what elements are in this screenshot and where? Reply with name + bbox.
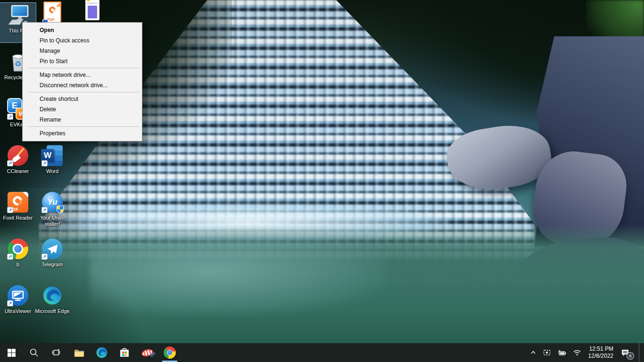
menu-separator [28, 126, 139, 127]
clock-date: 12/6/2022 [588, 353, 613, 360]
clock-time: 12:51 PM [589, 346, 613, 353]
cast-icon[interactable] [543, 343, 551, 362]
desktop-icon-b-chrome[interactable]: ↗ b [0, 237, 36, 276]
microsoft-store-button[interactable] [113, 343, 136, 362]
menu-item-delete[interactable]: Delete [23, 104, 142, 115]
hidden-icons-chevron[interactable] [530, 343, 537, 362]
menu-item-rename[interactable]: Rename [23, 115, 142, 125]
chrome-icon [164, 346, 176, 359]
menu-item-pin-to-start[interactable]: Pin to Start [23, 56, 142, 66]
menu-item-map-network-drive[interactable]: Map network drive... [23, 70, 142, 80]
battery-charging-icon[interactable] [557, 343, 567, 362]
notification-count-badge: 6 [627, 353, 634, 359]
taskbar-clock[interactable]: 12:51 PM 12/6/2022 [587, 346, 614, 360]
edge-icon [41, 284, 64, 307]
shortcut-arrow-icon: ↗ [41, 160, 48, 166]
desktop-icon-ultraviewer[interactable]: ↗ UltraViewer [0, 283, 36, 323]
desktop-icon-telegram[interactable]: ↗ Telegram [34, 237, 70, 276]
menu-item-manage[interactable]: Manage [23, 46, 142, 56]
foxit-pdf-document-icon: PDF [41, 1, 64, 24]
shortcut-arrow-icon: ↗ [41, 254, 48, 260]
ccleaner-icon: ↗ [7, 144, 29, 167]
menu-item-pin-to-quick-access[interactable]: Pin to Quick access [23, 35, 142, 46]
shortcut-arrow-icon: ↗ [7, 300, 13, 306]
chrome-button[interactable] [158, 343, 181, 362]
desktop-icon-ccleaner[interactable]: ↗ CCleaner [0, 143, 36, 183]
microsoft-store-icon [119, 347, 130, 358]
shortcut-arrow-icon: ↗ [7, 160, 13, 166]
word-icon: W ↗ [41, 144, 64, 167]
system-tray: 12:51 PM 12/6/2022 6 [526, 343, 644, 362]
foxit-reader-icon: PDF ↗ [7, 191, 29, 214]
context-menu: Open Pin to Quick access Manage Pin to S… [22, 22, 142, 141]
shortcut-arrow-icon: ↗ [7, 254, 13, 260]
desktop-icon-microsoft-edge[interactable]: Microsoft Edge [34, 283, 70, 323]
edge-button[interactable] [91, 343, 113, 362]
menu-item-disconnect-network-drive[interactable]: Disconnect network drive... [23, 80, 142, 90]
shortcut-arrow-icon: ↗ [7, 207, 13, 213]
folder-icon [74, 347, 85, 358]
desktop-icon-foxit-reader[interactable]: PDF ↗ Foxit Reader [0, 190, 36, 230]
taskbar: ✂ [0, 343, 644, 362]
edge-icon [96, 346, 108, 359]
file-explorer-button[interactable] [68, 343, 91, 362]
menu-separator [28, 68, 139, 68]
snipping-tool-icon: ✂ [140, 347, 154, 357]
task-view-button[interactable] [45, 343, 68, 362]
snipping-tool-button[interactable]: ✂ [136, 343, 158, 362]
shortcut-arrow-icon: ↗ [41, 207, 48, 213]
search-icon [29, 348, 39, 357]
task-view-icon [52, 348, 61, 357]
menu-separator [28, 92, 139, 92]
taskbar-empty-area [181, 343, 526, 362]
wifi-icon[interactable] [573, 343, 581, 362]
your-uninstaller-icon: Yu ↗ [41, 191, 64, 214]
search-button[interactable] [23, 343, 45, 362]
menu-item-properties[interactable]: Properties [23, 128, 142, 139]
start-button[interactable] [0, 343, 23, 362]
desktop-icon-word[interactable]: W ↗ Word [34, 143, 70, 183]
chrome-icon: ↗ [7, 238, 29, 260]
document-thumbnail-icon [81, 0, 104, 20]
telegram-icon: ↗ [41, 238, 64, 260]
action-center-button[interactable]: 6 [620, 343, 633, 362]
windows-logo-icon [8, 349, 16, 357]
show-desktop-button[interactable] [639, 343, 641, 362]
svg-text:♻: ♻ [15, 60, 21, 68]
menu-item-create-shortcut[interactable]: Create shortcut [23, 94, 142, 104]
menu-item-open[interactable]: Open [23, 25, 142, 35]
ultraviewer-icon: ↗ [7, 284, 29, 307]
uac-shield-icon [57, 206, 64, 213]
shortcut-arrow-icon: ↗ [7, 114, 13, 120]
desktop-icon-your-uninstaller[interactable]: Yu ↗ Your Unin-staller! [34, 190, 70, 230]
